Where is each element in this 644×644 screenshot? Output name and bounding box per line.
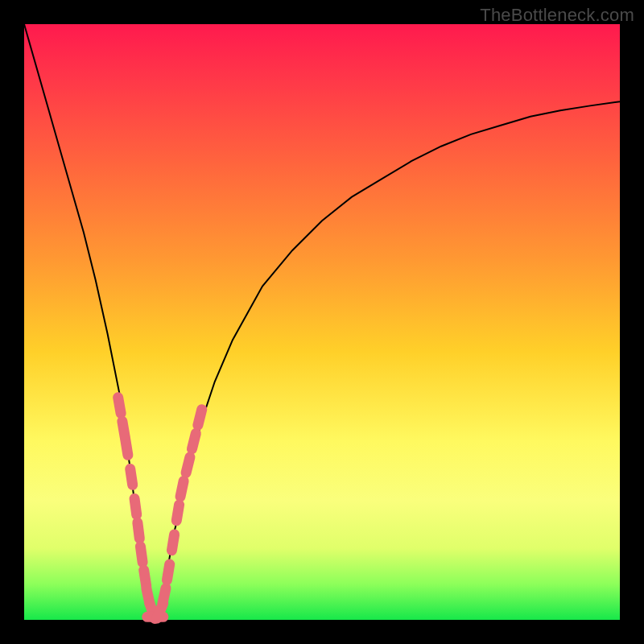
bottleneck-curve <box>24 24 620 620</box>
marker-pill <box>163 588 166 605</box>
marker-pill <box>118 398 121 414</box>
marker-pill <box>180 481 184 497</box>
watermark-text: TheBottleneck.com <box>480 5 634 26</box>
marker-cluster <box>118 398 202 619</box>
chart-frame <box>24 24 620 620</box>
bottleneck-plot <box>24 24 620 620</box>
marker-pill <box>198 410 202 425</box>
marker-pill <box>167 564 169 580</box>
marker-pill <box>192 433 196 448</box>
marker-pill <box>126 440 128 456</box>
marker-pill <box>140 547 142 563</box>
marker-pill <box>171 535 174 551</box>
marker-pill <box>138 522 139 539</box>
marker-pill <box>176 505 179 521</box>
marker-pill <box>130 469 133 485</box>
marker-pill <box>134 498 137 514</box>
marker-pill <box>186 457 190 473</box>
